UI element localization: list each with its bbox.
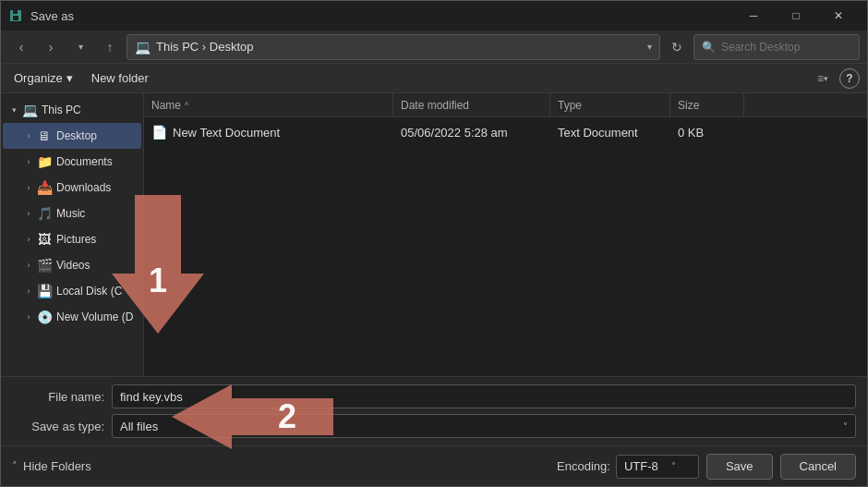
maximize-button[interactable]: □ (775, 1, 817, 30)
hide-folders-button[interactable]: ˄ Hide Folders (12, 459, 91, 473)
expand-icon: › (21, 258, 36, 273)
footer: ˄ Hide Folders Encoding: UTF-8 ˅ Save Ca… (1, 445, 867, 486)
expand-icon: › (21, 284, 36, 298)
new-volume-icon: 💿 (36, 309, 53, 325)
savetype-dropdown[interactable]: All files ˅ (112, 414, 856, 438)
cancel-button[interactable]: Cancel (780, 454, 856, 480)
dialog-icon (8, 8, 23, 23)
search-icon: 🔍 (702, 41, 716, 54)
bottom-inputs-area: File name: Save as type: All files ˅ (1, 376, 867, 445)
action-bar-right: ≡ ▾ ? (810, 67, 860, 90)
filename-row: File name: (12, 384, 856, 408)
forward-button[interactable]: › (38, 34, 64, 60)
documents-icon: 📁 (36, 153, 53, 170)
sidebar-item-local-disk[interactable]: › 💾 Local Disk (C (3, 278, 141, 304)
savetype-row: Save as type: All files ˅ (12, 414, 856, 438)
title-controls: ─ □ ✕ (732, 1, 860, 30)
filename-label: File name: (12, 390, 104, 404)
downloads-icon: 📥 (36, 179, 53, 196)
sidebar-item-music[interactable]: › 🎵 Music (3, 201, 141, 226)
encoding-arrow-icon: ˅ (671, 461, 676, 471)
col-header-date[interactable]: Date modified (393, 93, 550, 116)
address-text: This PC › Desktop (156, 40, 642, 54)
col-header-type[interactable]: Type (550, 93, 670, 116)
sidebar-item-new-volume[interactable]: › 💿 New Volume (D (3, 304, 141, 330)
organize-arrow: ▾ (66, 71, 73, 85)
sidebar-label-videos: Videos (56, 259, 90, 272)
address-bar[interactable]: 💻 This PC › Desktop ▾ (127, 34, 660, 60)
search-input[interactable] (721, 41, 851, 54)
sidebar-item-pictures[interactable]: › 🖼 Pictures (3, 226, 141, 252)
new-folder-label: New folder (91, 71, 149, 85)
view-arrow: ▾ (824, 74, 828, 83)
dialog-title: Save as (30, 9, 74, 23)
sidebar-label-new-volume: New Volume (D (56, 310, 133, 323)
action-bar: Organize ▾ New folder ≡ ▾ ? (1, 64, 867, 93)
pictures-icon: 🖼 (36, 231, 53, 248)
savetype-label: Save as type: (12, 420, 104, 433)
file-list: Name ^ Date modified Type Size 📄 New Tex… (144, 93, 867, 376)
expand-icon: › (21, 180, 36, 195)
sort-arrow-icon: ^ (185, 101, 188, 110)
sidebar-item-videos[interactable]: › 🎬 Videos (3, 252, 141, 278)
help-button[interactable]: ? (839, 68, 860, 89)
title-bar: Save as ─ □ ✕ (1, 1, 867, 30)
view-icon: ≡ (817, 72, 824, 85)
expand-icon: › (21, 154, 36, 169)
encoding-value: UTF-8 (624, 459, 658, 473)
sidebar-label-documents: Documents (56, 155, 113, 168)
file-type-cell: Text Document (550, 117, 670, 147)
save-button[interactable]: Save (706, 454, 773, 480)
col-header-name[interactable]: Name ^ (144, 93, 393, 116)
expand-icon: › (21, 310, 36, 324)
sidebar-item-this-pc[interactable]: ▾ 💻 This PC (3, 97, 141, 123)
back-button[interactable]: ‹ (8, 34, 34, 60)
dropdown-button[interactable]: ▾ (67, 34, 93, 60)
hide-arrow-icon: ˄ (12, 460, 18, 472)
file-icon: 📄 (151, 125, 167, 140)
svg-rect-1 (13, 16, 18, 20)
title-bar-left: Save as (8, 8, 74, 23)
address-dropdown-icon: ▾ (647, 42, 652, 52)
filename-input[interactable] (112, 384, 856, 408)
music-icon: 🎵 (36, 205, 53, 222)
main-area: ▾ 💻 This PC › 🖥 Desktop › 📁 Documents › … (1, 93, 867, 376)
col-header-size[interactable]: Size (670, 93, 744, 116)
pc-icon: 💻 (21, 102, 38, 118)
new-folder-button[interactable]: New folder (86, 69, 154, 87)
encoding-label: Encoding: (557, 459, 610, 473)
sidebar-item-desktop[interactable]: › 🖥 Desktop (3, 123, 141, 149)
sidebar-label-local-disk: Local Disk (C (56, 285, 122, 298)
save-as-dialog: Save as ─ □ ✕ ‹ › ▾ ↑ 💻 This PC › Deskto… (0, 0, 868, 487)
search-box: 🔍 (693, 34, 860, 60)
encoding-dropdown[interactable]: UTF-8 ˅ (616, 455, 699, 479)
refresh-button[interactable]: ↻ (664, 34, 690, 60)
file-name-cell: 📄 New Text Document (144, 117, 393, 147)
sidebar-item-downloads[interactable]: › 📥 Downloads (3, 175, 141, 201)
desktop-icon: 🖥 (36, 128, 53, 144)
sidebar-label-downloads: Downloads (56, 181, 111, 194)
footer-right: Encoding: UTF-8 ˅ Save Cancel (557, 454, 856, 480)
savetype-value: All files (120, 420, 158, 433)
sidebar: ▾ 💻 This PC › 🖥 Desktop › 📁 Documents › … (1, 93, 144, 376)
expand-icon: › (21, 128, 36, 143)
encoding-group: Encoding: UTF-8 ˅ (557, 455, 699, 479)
local-disk-icon: 💾 (36, 283, 53, 299)
close-button[interactable]: ✕ (817, 1, 860, 30)
organize-label: Organize (14, 71, 63, 85)
savetype-arrow-icon: ˅ (843, 421, 848, 432)
navigation-toolbar: ‹ › ▾ ↑ 💻 This PC › Desktop ▾ ↻ 🔍 (1, 30, 867, 64)
minimize-button[interactable]: ─ (732, 1, 775, 30)
sidebar-label-pictures: Pictures (56, 233, 96, 246)
file-list-header: Name ^ Date modified Type Size (144, 93, 867, 117)
sidebar-item-documents[interactable]: › 📁 Documents (3, 149, 141, 175)
sidebar-label-this-pc: This PC (42, 103, 81, 116)
expand-icon: › (21, 206, 36, 221)
expand-icon: ▾ (6, 103, 21, 117)
up-button[interactable]: ↑ (97, 34, 123, 60)
expand-icon: › (21, 232, 36, 247)
hide-folders-label: Hide Folders (23, 459, 91, 473)
view-button[interactable]: ≡ ▾ (810, 67, 836, 90)
organize-button[interactable]: Organize ▾ (8, 69, 78, 87)
table-row[interactable]: 📄 New Text Document 05/06/2022 5:28 am T… (144, 117, 867, 147)
